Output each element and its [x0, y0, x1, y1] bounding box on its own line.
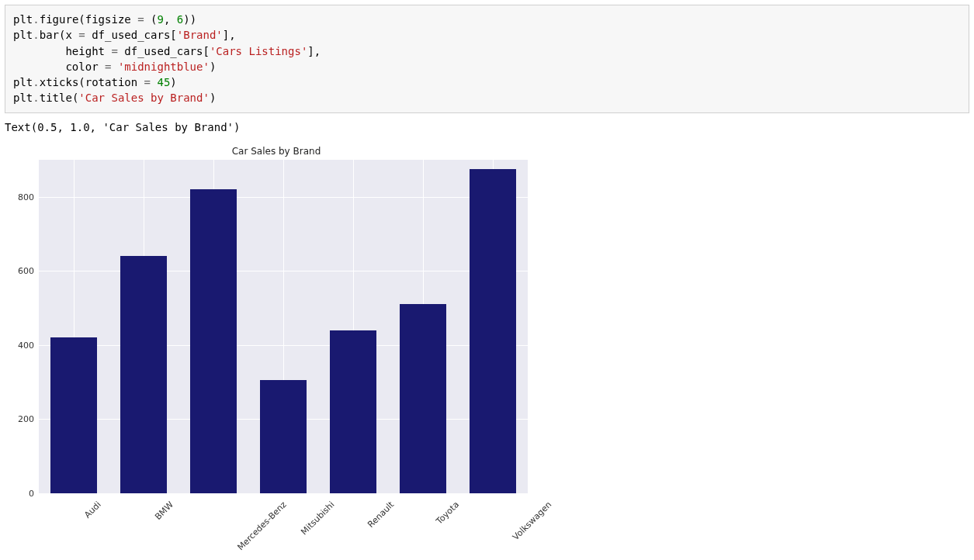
x-tick-label: Mercedes-Benz [235, 500, 288, 552]
code-cell: plt.figure(figsize = (9, 6)) plt.bar(x =… [5, 5, 969, 113]
x-axis: AudiBMWMercedes-BenzMitsubishiRenaultToy… [39, 493, 528, 548]
y-tick-label: 200 [18, 414, 34, 424]
x-tick-label: Mitsubishi [299, 500, 336, 537]
text-output: Text(0.5, 1.0, 'Car Sales by Brand') [5, 121, 969, 133]
chart-title: Car Sales by Brand [5, 146, 548, 157]
x-tick-label: Toyota [435, 500, 462, 527]
bar [50, 337, 96, 493]
bar [400, 304, 445, 493]
x-tick-label: Renault [366, 500, 396, 530]
x-tick-label: Volkswagen [511, 500, 553, 542]
bar [260, 380, 306, 493]
y-tick-label: 800 [18, 192, 34, 202]
x-tick-label: BMW [153, 500, 175, 522]
bar [330, 330, 376, 493]
bar [190, 189, 236, 493]
y-tick-label: 600 [18, 266, 34, 276]
y-tick-label: 0 [29, 488, 34, 498]
y-tick-label: 400 [18, 340, 34, 350]
x-tick-label: Audi [82, 500, 103, 520]
y-axis: 0200400600800 [5, 160, 39, 493]
chart: Car Sales by Brand 0200400600800 AudiBMW… [5, 146, 548, 548]
plot-area [39, 160, 528, 493]
bar [120, 256, 166, 493]
bar [470, 169, 515, 493]
